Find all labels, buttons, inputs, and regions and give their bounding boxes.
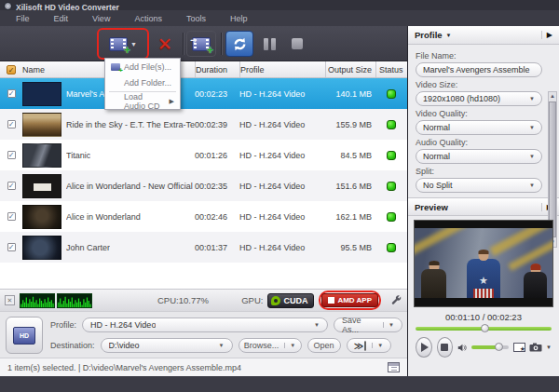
chevron-down-icon[interactable]: ▼ (529, 125, 535, 130)
profile-value: HD - H.264 Video (90, 320, 156, 330)
row-checkbox[interactable]: ✓ (7, 212, 16, 221)
status-text: 1 item(s) selected. | D:\video\Marvel's … (7, 363, 241, 372)
snapshot-camera-icon[interactable] (529, 343, 542, 352)
speaker-icon[interactable] (457, 343, 466, 353)
row-checkbox[interactable]: ✓ (7, 243, 16, 251)
video-name: Alice in Wonderland - New Official Full … (66, 182, 195, 191)
chevron-down-icon[interactable]: ▼ (213, 343, 225, 348)
video-size: 140.1 MB (325, 89, 375, 99)
video-duration: 00:02:39 (195, 120, 239, 129)
menu-actions[interactable]: Actions (122, 12, 174, 25)
row-checkbox[interactable]: ✓ (7, 182, 16, 190)
volume-handle[interactable] (495, 343, 503, 351)
stop-icon (292, 38, 303, 49)
stop-icon (441, 344, 448, 351)
seek-handle[interactable] (481, 324, 489, 332)
table-row[interactable]: ✓ Ride in the Sky - E.T. The Extra-Terre… (0, 109, 407, 140)
video-quality-select[interactable]: Normal ▼ (416, 120, 542, 135)
menu-file[interactable]: File (4, 12, 42, 25)
table-row[interactable]: ✓ Marvel's Avengers Assemble 00:02:23 HD… (0, 78, 407, 109)
chevron-down-icon: ▼ (446, 33, 452, 38)
profile-category-button[interactable]: HD (6, 317, 43, 354)
settings-wrench-icon[interactable] (390, 294, 402, 306)
file-info-icon[interactable] (388, 362, 400, 372)
chevron-down-icon[interactable]: ▼ (529, 154, 535, 159)
add-files-label: Add File(s)... (124, 62, 171, 72)
pause-button[interactable] (257, 31, 281, 57)
cuda-toggle-button[interactable]: CUDA (267, 293, 314, 308)
audio-quality-label: Audio Quality: (416, 138, 542, 147)
video-size-select[interactable]: 1920x1080 (hd1080) ▼ (416, 91, 542, 106)
audio-quality-value: Normal (423, 152, 450, 161)
chevron-down-icon[interactable]: ▼ (529, 96, 535, 101)
collapse-panel-arrow[interactable]: ▶ (541, 31, 552, 39)
close-cpu-bar-button[interactable]: ✕ (5, 295, 15, 305)
delete-button[interactable]: ✕ (151, 31, 179, 57)
audio-quality-select[interactable]: Normal ▼ (416, 149, 542, 164)
menu-view[interactable]: View (80, 12, 122, 25)
video-quality-label: Video Quality: (416, 109, 542, 118)
column-output-size[interactable]: Output Size (325, 61, 375, 77)
destination-select[interactable]: D:\video ▼ (101, 338, 233, 353)
seek-slider[interactable] (416, 327, 552, 331)
table-row[interactable]: ✓ John Carter 00:01:37 HD - H.264 Video … (0, 232, 407, 263)
column-status[interactable]: Status (375, 61, 407, 77)
file-name-input[interactable]: Marvel's Avengers Assemble (416, 62, 542, 77)
menu-help[interactable]: Help (218, 12, 260, 25)
preview-section-header[interactable]: Preview ▶ (408, 197, 559, 216)
scroll-up-arrow[interactable]: ▲ (550, 92, 555, 101)
preview-movie-scene: ★ (415, 228, 552, 298)
menu-item-add-files[interactable]: Add File(s)... (105, 59, 180, 74)
figure-right (524, 264, 547, 298)
column-duration[interactable]: Duration (195, 61, 239, 77)
row-checkbox[interactable]: ✓ (7, 120, 16, 128)
volume-slider[interactable] (471, 345, 510, 349)
chevron-down-icon[interactable]: ▼ (284, 343, 295, 348)
window-title: Xilisoft HD Video Converter (16, 3, 119, 10)
menu-edit[interactable]: Edit (42, 12, 81, 25)
chevron-down-icon[interactable]: ▼ (529, 182, 535, 188)
save-as-button[interactable]: Save As... ▼ (334, 318, 402, 332)
video-thumbnail (22, 143, 61, 168)
transfer-to-device-button[interactable]: ≫ ▼ (347, 338, 391, 353)
chevron-down-icon[interactable]: ▼ (383, 322, 394, 328)
amd-app-toggle-button[interactable]: AMD APP (321, 293, 378, 307)
column-profile[interactable]: Profile (239, 61, 325, 77)
chevron-down-icon[interactable]: ▼ (372, 343, 383, 348)
video-duration: 00:02:35 (195, 182, 239, 191)
row-checkbox[interactable]: ✓ (7, 151, 16, 159)
app-window: Xilisoft HD Video Converter File Edit Vi… (0, 0, 559, 392)
open-label: Open (314, 341, 334, 350)
nvidia-icon (271, 296, 280, 305)
preview-output-icon[interactable] (513, 343, 525, 352)
menu-item-add-folder[interactable]: Add Folder... (105, 74, 180, 90)
profile-section-header[interactable]: Profile ▼ ▶ (408, 26, 559, 45)
menu-tools[interactable]: Tools (174, 12, 218, 25)
cpu-gpu-bar: ✕ CPU:10.77% GPU: CUDA AMD APP (0, 289, 407, 311)
row-checkbox[interactable]: ✓ (7, 89, 16, 98)
merge-button[interactable]: + ➜ (186, 31, 216, 57)
split-select[interactable]: No Split ▼ (416, 178, 542, 193)
open-button[interactable]: Open (307, 338, 341, 353)
video-profile: HD - H.264 Video (239, 212, 325, 222)
add-file-dropdown-arrow[interactable]: ▼ (130, 41, 137, 47)
scrollbar-thumb[interactable] (549, 101, 556, 237)
profile-select[interactable]: HD - H.264 Video ▼ (82, 318, 328, 332)
play-button[interactable] (416, 337, 432, 358)
add-file-button[interactable]: + ▼ (101, 31, 145, 57)
video-thumbnail (22, 82, 61, 106)
convert-button[interactable] (225, 31, 253, 57)
playback-time: 00:01:10 / 00:02:23 (408, 312, 559, 322)
table-row[interactable]: ✓ Alice in Wonderland - New Official Ful… (0, 170, 407, 201)
menu-item-load-audio-cd[interactable]: Load Audio CD ▶ (105, 93, 180, 109)
chevron-down-icon[interactable]: ▼ (308, 322, 320, 328)
stop-button[interactable] (285, 31, 309, 57)
select-all-checkbox[interactable]: ✓ (7, 65, 16, 74)
cuda-label: CUDA (283, 296, 307, 305)
chevron-down-icon[interactable]: ▼ (546, 345, 552, 350)
browse-button[interactable]: Browse... ▼ (239, 338, 302, 353)
merge-arrow-icon: ➜ (190, 35, 198, 45)
table-row[interactable]: ✓ Titanic 00:01:26 HD - H.264 Video 84.5… (0, 140, 407, 170)
table-row[interactable]: ✓ Alice in Wonderland 00:02:46 HD - H.26… (0, 201, 407, 232)
stop-playback-button[interactable] (437, 337, 454, 358)
